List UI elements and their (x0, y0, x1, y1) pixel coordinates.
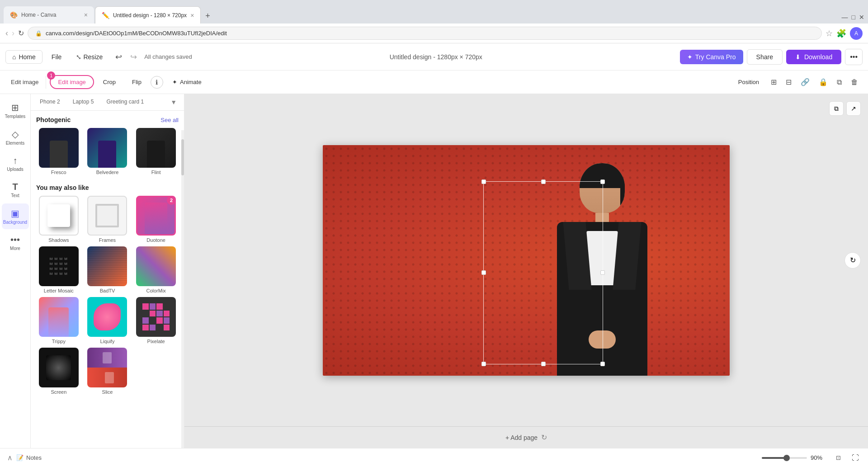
browser-tab-2[interactable]: ✏️ Untitled design - 1280 × 720px × (95, 6, 201, 24)
uploads-label: Uploads (7, 167, 24, 172)
crop-button[interactable]: Crop (96, 76, 123, 88)
align-icon-button[interactable]: ⊟ (783, 75, 794, 89)
sidebar-item-elements[interactable]: ◇ Elements (2, 124, 29, 150)
fit-button[interactable]: ⊡ (832, 453, 844, 463)
new-tab-button[interactable]: + (202, 9, 214, 23)
photogenic-grid: Fresco Belvedere Flint (36, 128, 179, 175)
home-button[interactable]: ⌂ Home (5, 50, 42, 64)
undo-button[interactable]: ↩ (112, 49, 126, 65)
forward-button[interactable]: › (12, 28, 14, 38)
home-label: Home (19, 53, 35, 61)
resize-button[interactable]: ⤡ Resize (71, 51, 108, 63)
sidebar-item-more[interactable]: ••• More (2, 230, 29, 255)
notes-button[interactable]: 📝 Notes (16, 454, 42, 461)
canva-pro-button[interactable]: ✦ Try Canva Pro (680, 50, 743, 64)
trash-icon-button[interactable]: 🗑 (848, 75, 861, 89)
filter-card-frames[interactable]: Frames (85, 196, 130, 243)
see-all-button[interactable]: See all (160, 117, 179, 123)
tab1-close[interactable]: × (84, 11, 88, 19)
design-title: Untitled design - 1280px × 720px (390, 53, 482, 61)
sidebar-item-background[interactable]: ▣ Background (2, 203, 29, 229)
filter-card-colormix[interactable]: ColorMix (133, 246, 179, 293)
file-button[interactable]: File (46, 51, 67, 63)
lock-icon-button[interactable]: 🔒 (816, 75, 830, 89)
zoom-thumb[interactable] (783, 455, 790, 461)
elements-label: Elements (6, 141, 25, 146)
browser-controls: — □ ✕ (842, 14, 864, 21)
animate-button[interactable]: ✦ Animate (165, 76, 209, 88)
bottom-bar: ∧ 📝 Notes 90% ⊡ ⛶ (0, 448, 868, 467)
edit-image-button[interactable]: Edit image 1 (50, 75, 94, 89)
background-icon: ▣ (11, 208, 19, 219)
recommended-grid: Shadows Frames 2 (36, 196, 179, 395)
zoom-track[interactable] (762, 457, 807, 459)
share-button[interactable]: Share (747, 49, 783, 65)
background-label: Background (3, 220, 27, 225)
filter-card-lettermosaic[interactable]: M M M MM M M MM M M MM M M M Letter Mosa… (36, 246, 81, 293)
filter-tab-3[interactable]: Greeting card 1 (101, 94, 149, 110)
tab1-title: Home - Canva (21, 12, 56, 18)
back-button[interactable]: ‹ (5, 28, 8, 38)
more-options-button[interactable]: ••• (845, 49, 863, 65)
star-button[interactable]: ☆ (826, 28, 833, 38)
filter-card-slice[interactable]: Slice (85, 348, 130, 395)
main-content: ⊞ Templates ◇ Elements ↑ Uploads T Text … (0, 94, 868, 448)
canvas-container[interactable]: ⧉ ↗ ↻ (184, 94, 868, 426)
sidebar-item-text[interactable]: T Text (2, 177, 29, 203)
filter-card-trippy[interactable]: Trippy (36, 297, 81, 344)
filter-card-shadows[interactable]: Shadows (36, 196, 81, 243)
filter-card-flint[interactable]: Flint (133, 128, 179, 175)
duplicate-icon-button[interactable]: ⧉ (834, 75, 844, 89)
filter-img-liquify (87, 297, 127, 337)
section-title: You may also like (36, 184, 89, 191)
canvas-copy-button[interactable]: ⧉ (829, 101, 844, 116)
add-page-bar: + Add page ↻ (184, 426, 868, 448)
filter-tab-2[interactable]: Laptop 5 (67, 94, 99, 110)
add-page-button[interactable]: + Add page (505, 434, 538, 441)
tab2-close[interactable]: × (190, 12, 194, 19)
filter-card-fresco[interactable]: Fresco (36, 128, 81, 175)
filter-card-screen[interactable]: Screen (36, 348, 81, 395)
minimize-button[interactable]: — (842, 14, 848, 21)
user-avatar[interactable]: A (850, 27, 863, 40)
filter-label-belvedere: Belvedere (96, 170, 119, 175)
person-head (580, 163, 625, 213)
canvas-refresh-button[interactable]: ↻ (844, 252, 861, 269)
canva-pro-icon: ✦ (687, 53, 693, 61)
expand-button[interactable]: ⛶ (850, 452, 861, 464)
extensions-button[interactable]: 🧩 (836, 28, 846, 38)
canvas-share-button[interactable]: ↗ (846, 101, 861, 116)
position-button[interactable]: Position (733, 76, 764, 88)
redo-button[interactable]: ↪ (127, 49, 141, 65)
grid-icon-button[interactable]: ⊞ (768, 75, 779, 89)
browser-tab-1[interactable]: 🎨 Home - Canva × (4, 6, 94, 24)
filter-label-shadows: Shadows (48, 237, 69, 243)
filter-card-duotone[interactable]: 2 Duotone (133, 196, 179, 243)
address-bar[interactable]: 🔒 canva.com/design/DAEtO0Op1mM/BeCODnOMW… (28, 27, 822, 40)
scroll-down-btn[interactable]: ▼ (167, 94, 180, 110)
filter-card-badtv[interactable]: BadTV (85, 246, 130, 293)
info-button[interactable]: ℹ (151, 76, 163, 89)
sidebar-item-uploads[interactable]: ↑ Uploads (2, 151, 29, 176)
photogenic-title: Photogenic (36, 116, 71, 123)
text-icon: T (12, 182, 18, 192)
elements-icon: ◇ (12, 129, 19, 140)
panel-scrollbar-thumb[interactable] (181, 139, 184, 175)
download-button[interactable]: ⬇ Download (786, 50, 841, 64)
filter-card-belvedere[interactable]: Belvedere (85, 128, 130, 175)
filter-tab-1[interactable]: Phone 2 (34, 94, 66, 110)
file-label: File (52, 53, 62, 61)
filter-card-liquify[interactable]: Liquify (85, 297, 130, 344)
tab2-title: Untitled design - 1280 × 720px (113, 12, 187, 19)
close-button[interactable]: ✕ (859, 14, 864, 21)
text-label: Text (11, 193, 19, 198)
maximize-button[interactable]: □ (852, 14, 855, 21)
design-canvas[interactable] (323, 145, 730, 376)
chevron-up-button[interactable]: ∧ (7, 453, 13, 462)
templates-icon: ⊞ (11, 102, 19, 113)
refresh-button[interactable]: ↻ (18, 29, 24, 38)
filter-card-pixelate[interactable]: Pixelate (133, 297, 179, 344)
link-icon-button[interactable]: 🔗 (798, 75, 812, 89)
flip-button[interactable]: Flip (125, 76, 149, 88)
sidebar-item-templates[interactable]: ⊞ Templates (2, 98, 29, 123)
